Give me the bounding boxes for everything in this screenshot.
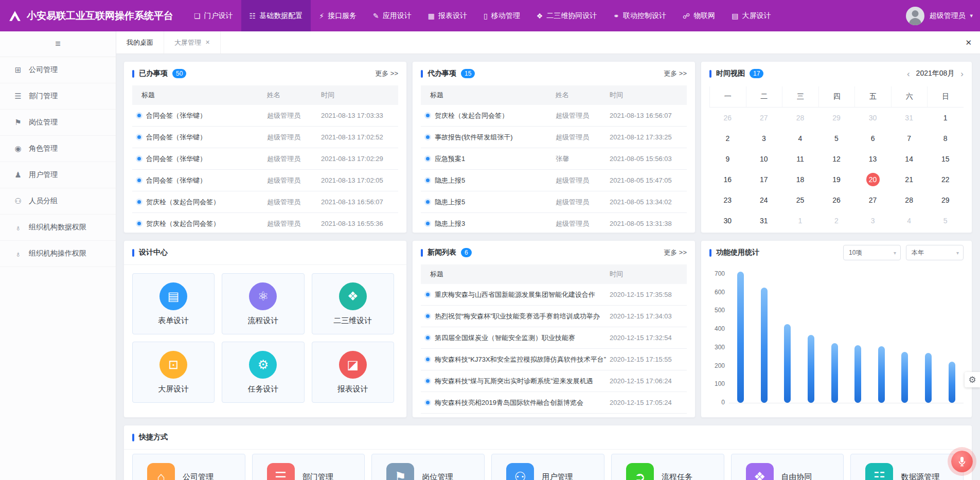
sidebar-item[interactable]: ♁ 组织机构数据权限 [0,215,116,241]
topnav-item[interactable]: ✎ 应用设计 [365,0,420,31]
shortcut-item[interactable]: ⚇ 用户管理 [491,454,604,480]
more-link[interactable]: 更多 >> [664,248,687,257]
table-row[interactable]: 应急预案1 张馨 2021-08-05 15:56:03 [421,148,687,170]
calendar-day[interactable]: 2 [709,128,746,149]
table-row[interactable]: 隐患上报5 超级管理员 2021-08-05 13:34:02 [421,191,687,213]
sidebar-item[interactable]: ♟ 用户管理 [0,162,116,188]
news-row[interactable]: 热烈祝贺“梅安森杯”职业技能竞赛选手赛前培训成功举办 2020-12-15 17… [421,306,687,327]
calendar-day[interactable]: 21 [891,169,928,190]
calendar-day[interactable]: 5 [818,128,855,149]
design-tile[interactable]: ▤ 表单设计 [132,273,215,334]
table-row[interactable]: 隐患上报5 超级管理员 2021-08-05 15:47:05 [421,170,687,191]
calendar-day[interactable]: 26 [818,190,855,210]
calendar-day[interactable]: 30 [709,210,746,231]
calendar-day[interactable]: 4 [891,210,928,231]
workspace-tab[interactable]: 我的桌面 [116,31,164,54]
topnav-item[interactable]: ⚭ 联动控制设计 [605,0,674,31]
shortcut-item[interactable]: ➲ 流程任务 [611,454,724,480]
calendar-day[interactable]: 28 [891,190,928,210]
calendar-day[interactable]: 13 [854,149,891,169]
calendar-day[interactable]: 12 [818,149,855,169]
calendar-day[interactable]: 10 [746,149,782,169]
news-row[interactable]: 重庆梅安森与山西省国新能源发展集团智能化建设合作 2020-12-15 17:3… [421,284,687,306]
calendar-day[interactable]: 11 [782,149,818,169]
calendar-day[interactable]: 2 [818,210,855,231]
calendar-day[interactable]: 8 [927,128,964,149]
topnav-item[interactable]: ☷ 基础数据配置 [241,0,311,31]
calendar-day[interactable]: 14 [891,149,928,169]
sidebar-item[interactable]: ☰ 部门管理 [0,83,116,110]
calendar-day[interactable]: 1 [782,210,818,231]
design-tile[interactable]: ⊡ 大屏设计 [132,342,215,403]
sidebar-item[interactable]: ⚇ 人员分组 [0,188,116,215]
calendar-day[interactable]: 19 [818,169,855,190]
calendar-day[interactable]: 3 [854,210,891,231]
topnav-item[interactable]: ❏ 门户设计 [186,0,241,31]
calendar-day[interactable]: 27 [746,108,782,128]
close-all-tabs-icon[interactable]: ✕ [957,38,980,47]
calendar-next-icon[interactable]: › [960,69,964,78]
topnav-item[interactable]: ▯ 移动管理 [475,0,528,31]
more-link[interactable]: 更多 >> [664,69,687,78]
shortcut-item[interactable]: ☷ 数据源管理 [850,454,964,480]
topnav-item[interactable]: ▦ 报表设计 [420,0,475,31]
sidebar-item[interactable]: ◉ 角色管理 [0,136,116,162]
calendar-day[interactable]: 30 [854,108,891,128]
sidebar-item[interactable]: ⊞ 公司管理 [0,57,116,83]
table-row[interactable]: 隐患上报3 超级管理员 2021-08-05 13:31:38 [421,213,687,233]
design-tile[interactable]: ⚙ 任务设计 [222,342,304,403]
news-row[interactable]: 第四届全国煤炭业（智能安全监测）职业技能赛 2020-12-15 17:32:5… [421,327,687,349]
shortcut-item[interactable]: ☰ 部门管理 [252,454,365,480]
calendar-day[interactable]: 9 [709,149,746,169]
filter-select[interactable]: 本年 ▾ [906,245,964,260]
design-tile[interactable]: ❖ 二三维设计 [312,273,394,334]
design-tile[interactable]: ⚛ 流程设计 [222,273,304,334]
calendar-day[interactable]: 24 [746,190,782,210]
calendar-day[interactable]: 17 [746,169,782,190]
news-row[interactable]: 梅安森科技“煤与瓦斯突出实时诊断系统”迎来发展机遇 2020-12-15 17:… [421,370,687,392]
calendar-day[interactable]: 6 [854,128,891,149]
shortcut-item[interactable]: ⌂ 公司管理 [132,454,245,480]
calendar-day[interactable]: 25 [782,190,818,210]
settings-gear-button[interactable]: ⚙ [965,372,980,387]
calendar-prev-icon[interactable]: ‹ [907,69,910,78]
voice-assistant-button[interactable] [951,451,973,472]
sidebar-item[interactable]: ⚑ 岗位管理 [0,110,116,136]
news-row[interactable]: 梅安森科技亮相2019青岛国际软件融合创新博览会 2020-12-15 17:0… [421,392,687,414]
calendar-day[interactable]: 22 [927,169,964,190]
topnav-item[interactable]: ⚡ 接口服务 [311,0,365,31]
design-tile[interactable]: ◪ 报表设计 [312,342,394,403]
table-row[interactable]: 合同会签（张华键） 超级管理员 2021-08-13 17:03:33 [132,105,398,127]
table-row[interactable]: 贺庆栓（发起合同会签） 超级管理员 2021-08-13 16:55:36 [132,213,398,233]
news-row[interactable]: 梅安森科技“KJ73X和安全监控模拟故障仿真软件技术平台” 2020-12-15… [421,349,687,370]
shortcut-item[interactable]: ❖ 自由协同 [731,454,844,480]
calendar-day[interactable]: 23 [709,190,746,210]
calendar-day[interactable]: 28 [782,108,818,128]
calendar-day[interactable]: 31 [891,108,928,128]
calendar-day[interactable]: 4 [782,128,818,149]
table-row[interactable]: 合同会签（张华键） 超级管理员 2021-08-13 17:02:52 [132,127,398,148]
sidebar-item[interactable]: ♁ 组织机构操作权限 [0,241,116,267]
calendar-day[interactable]: 16 [709,169,746,190]
calendar-day[interactable]: 7 [891,128,928,149]
filter-select[interactable]: 10项 ▾ [843,245,901,260]
table-row[interactable]: 合同会签（张华键） 超级管理员 2021-08-13 17:02:29 [132,148,398,170]
calendar-day[interactable]: 1 [927,108,964,128]
table-row[interactable]: 贺庆栓（发起合同会签） 超级管理员 2021-08-13 16:56:07 [421,105,687,127]
workspace-tab[interactable]: 大屏管理 ✕ [164,31,221,54]
calendar-day[interactable]: 18 [782,169,818,190]
table-row[interactable]: 合同会签（张华键） 超级管理员 2021-08-13 17:02:05 [132,170,398,191]
calendar-day[interactable]: 3 [746,128,782,149]
topnav-item[interactable]: ☍ 物联网 [674,0,723,31]
table-row[interactable]: 贺庆栓（发起合同会签） 超级管理员 2021-08-13 16:56:07 [132,191,398,213]
calendar-day[interactable]: 26 [709,108,746,128]
topnav-item[interactable]: ❖ 二三维协同设计 [528,0,605,31]
user-menu[interactable]: 超级管理员 ▾ [899,0,980,31]
calendar-day[interactable]: 5 [927,210,964,231]
topnav-item[interactable]: ▤ 大屏设计 [723,0,779,31]
shortcut-item[interactable]: ⚑ 岗位管理 [371,454,485,480]
calendar-day[interactable]: 27 [854,190,891,210]
calendar-day[interactable]: 20 [854,169,891,190]
calendar-day[interactable]: 29 [927,190,964,210]
more-link[interactable]: 更多 >> [375,69,398,78]
